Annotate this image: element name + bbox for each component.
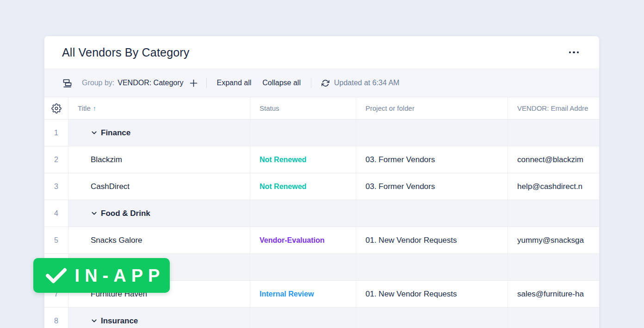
vendor-row[interactable]: 5Snacks GaloreVendor-Evaluation01. New V… [44, 227, 599, 254]
expand-all-button[interactable]: Expand all [217, 79, 252, 87]
empty-email-cell [508, 254, 599, 280]
email-value: yummy@snacksga [517, 236, 584, 245]
gear-icon [51, 103, 62, 114]
add-group-by-button[interactable] [189, 79, 198, 88]
group-row[interactable]: 8Insurance [44, 308, 599, 328]
empty-project-cell [356, 120, 508, 146]
group-title: Insurance [101, 316, 138, 326]
email-value: sales@furniture-ha [517, 290, 584, 299]
group-title-cell[interactable]: Food & Drink [68, 200, 250, 227]
table-header-row: Title ↑ Status Project or folder VENDOR:… [44, 97, 599, 120]
chevron-down-icon[interactable] [91, 210, 98, 217]
empty-status-cell [250, 308, 356, 328]
column-header-title[interactable]: Title ↑ [68, 97, 250, 119]
email-cell[interactable]: sales@furniture-ha [508, 281, 599, 307]
table-settings-button[interactable] [44, 97, 68, 119]
collapse-all-button[interactable]: Collapse all [262, 79, 301, 87]
check-icon [43, 263, 68, 288]
vendor-title: CashDirect [91, 182, 130, 191]
group-title: Finance [101, 128, 130, 138]
empty-email-cell [508, 120, 599, 146]
empty-email-cell [508, 200, 599, 227]
toolbar: Group by: VENDOR: Category Expand all Co… [44, 69, 599, 97]
status-cell[interactable]: Not Renewed [250, 173, 356, 200]
empty-project-cell [356, 200, 508, 227]
group-row[interactable]: 1Finance [44, 120, 599, 146]
group-by-icon [62, 78, 72, 88]
group-row[interactable]: 4Food & Drink [44, 200, 599, 227]
ellipsis-icon [573, 51, 575, 54]
ellipsis-icon [577, 51, 579, 54]
project-value: 01. New Vendor Requests [365, 290, 457, 299]
project-value: 03. Former Vendors [365, 155, 435, 164]
email-cell[interactable]: connect@blackzim [508, 146, 599, 173]
vendor-title-cell[interactable]: Blackzim [68, 146, 250, 173]
empty-project-cell [356, 308, 508, 328]
row-number: 1 [44, 120, 68, 146]
in-app-badge: IN-APP [33, 258, 170, 293]
empty-status-cell [250, 254, 356, 280]
group-by-label: Group by: [82, 79, 114, 87]
email-cell[interactable]: yummy@snacksga [508, 227, 599, 253]
vendor-title: Snacks Galore [91, 236, 142, 245]
email-cell[interactable]: help@cashdirect.n [508, 173, 599, 200]
row-number: 2 [44, 146, 68, 173]
project-cell[interactable]: 01. New Vendor Requests [356, 227, 508, 253]
vendor-row[interactable]: 2BlackzimNot Renewed03. Former Vendorsco… [44, 146, 599, 173]
refresh-icon[interactable] [322, 79, 329, 87]
vendor-title-cell[interactable]: CashDirect [68, 173, 250, 200]
page-title: All Vendors By Category [62, 46, 190, 59]
vendor-row[interactable]: 3CashDirectNot Renewed03. Former Vendors… [44, 173, 599, 200]
empty-status-cell [250, 200, 356, 227]
status-cell[interactable]: Not Renewed [250, 146, 356, 173]
in-app-badge-label: IN-APP [75, 267, 165, 284]
table-body: 1Finance2BlackzimNot Renewed03. Former V… [44, 120, 599, 328]
column-header-email[interactable]: VENDOR: Email Addre [508, 97, 599, 119]
toolbar-divider [206, 78, 207, 88]
toolbar-divider [311, 78, 311, 88]
status-badge: Internal Review [260, 290, 314, 298]
chevron-down-icon[interactable] [91, 129, 98, 136]
chevron-down-icon[interactable] [91, 317, 98, 324]
column-header-project[interactable]: Project or folder [356, 97, 508, 119]
row-number: 5 [44, 227, 68, 253]
column-header-status[interactable]: Status [250, 97, 356, 119]
project-cell[interactable]: 01. New Vendor Requests [356, 281, 508, 307]
project-cell[interactable]: 03. Former Vendors [356, 173, 508, 200]
status-badge: Not Renewed [260, 156, 306, 164]
empty-email-cell [508, 308, 599, 328]
more-menu-button[interactable] [568, 48, 580, 57]
row-number: 3 [44, 173, 68, 200]
group-title: Food & Drink [101, 209, 150, 218]
group-by-value[interactable]: VENDOR: Category [118, 79, 183, 87]
vendor-title: Blackzim [91, 155, 122, 164]
empty-project-cell [356, 254, 508, 280]
empty-status-cell [250, 120, 356, 146]
project-value: 01. New Vendor Requests [365, 236, 457, 245]
status-badge: Not Renewed [260, 183, 306, 191]
status-badge: Vendor-Evaluation [260, 236, 324, 245]
email-value: help@cashdirect.n [517, 182, 582, 191]
project-value: 03. Former Vendors [365, 182, 435, 191]
updated-status: Updated at 6:34 AM [334, 79, 399, 87]
group-title-cell[interactable]: Finance [68, 120, 250, 146]
row-number: 8 [44, 308, 68, 328]
row-number: 4 [44, 200, 68, 227]
ellipsis-icon [569, 51, 571, 54]
vendor-title-cell[interactable]: Snacks Galore [68, 227, 250, 253]
status-cell[interactable]: Internal Review [250, 281, 356, 307]
sort-ascending-icon[interactable]: ↑ [93, 105, 96, 112]
card-header: All Vendors By Category [44, 36, 599, 69]
project-cell[interactable]: 03. Former Vendors [356, 146, 508, 173]
plus-icon [189, 79, 198, 88]
email-value: connect@blackzim [517, 155, 583, 164]
status-cell[interactable]: Vendor-Evaluation [250, 227, 356, 253]
group-title-cell[interactable]: Insurance [68, 308, 250, 328]
